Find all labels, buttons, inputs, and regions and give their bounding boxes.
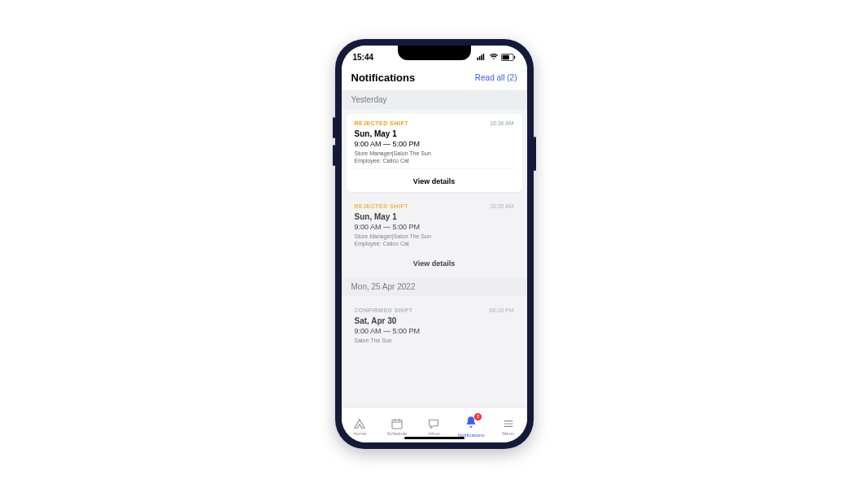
home-indicator[interactable] (404, 437, 465, 439)
chat-icon (426, 417, 441, 430)
tab-label: Inbox (428, 431, 440, 436)
svg-rect-3 (482, 54, 484, 60)
tab-menu[interactable]: Menu (490, 417, 527, 436)
shift-hours: 9:00 AM — 5:00 PM (355, 140, 514, 148)
notification-card[interactable]: CONFIRMED SHIFT 06:28 PM Sat, Apr 30 9:0… (347, 301, 522, 343)
svg-rect-0 (477, 58, 478, 60)
notch (398, 46, 471, 60)
shift-employee: Employee: Calico Cat (355, 158, 514, 163)
calendar-icon (390, 417, 404, 430)
shift-role: Salon The Sun (355, 338, 514, 343)
page-header: Notifications Read all (2) (342, 68, 527, 90)
battery-icon (501, 54, 516, 61)
phone-frame: 15:44 Notifications Read all (2) Yesterd… (335, 39, 534, 449)
notification-card[interactable]: REJECTED SHIFT 10:36 AM Sun, May 1 9:00 … (347, 114, 522, 192)
notification-time: 10:35 AM (490, 203, 514, 209)
section-header: Yesterday (342, 90, 527, 109)
home-icon (352, 417, 367, 430)
view-details-button[interactable]: View details (355, 251, 514, 274)
status-time: 15:44 (353, 53, 374, 62)
tab-notifications[interactable]: 2 Notifications (452, 416, 490, 438)
svg-rect-5 (502, 54, 508, 59)
tab-inbox[interactable]: Inbox (416, 417, 453, 436)
tab-label: Home (353, 431, 366, 436)
view-details-button[interactable]: View details (355, 168, 514, 192)
shift-hours: 9:00 AM — 5:00 PM (355, 327, 514, 335)
shift-date: Sun, May 1 (355, 212, 514, 221)
shift-date: Sat, Apr 30 (355, 316, 514, 325)
svg-rect-2 (481, 55, 482, 60)
shift-employee: Employee: Calico Cat (355, 241, 514, 246)
cellular-icon (477, 54, 486, 60)
shift-role: Store Manager|Salon The Sun (355, 233, 514, 239)
tab-home[interactable]: Home (342, 417, 379, 436)
svg-rect-7 (392, 420, 402, 429)
shift-role: Store Manager|Salon The Sun (355, 150, 514, 156)
status-icons (477, 54, 516, 61)
menu-icon (501, 417, 516, 430)
notifications-list: Yesterday REJECTED SHIFT 10:36 AM Sun, M… (342, 90, 527, 407)
notification-card[interactable]: REJECTED SHIFT 10:35 AM Sun, May 1 9:00 … (347, 197, 522, 274)
wifi-icon (489, 54, 499, 60)
phone-screen: 15:44 Notifications Read all (2) Yesterd… (342, 46, 527, 442)
tab-label: Menu (502, 431, 514, 436)
tab-schedule[interactable]: Schedule (378, 417, 416, 436)
tab-label: Schedule (386, 431, 407, 436)
svg-rect-1 (478, 56, 480, 60)
notification-time: 10:36 AM (490, 120, 514, 126)
notification-badge: 2 (474, 413, 482, 420)
shift-hours: 9:00 AM — 5:00 PM (355, 223, 514, 231)
svg-rect-6 (513, 55, 514, 58)
section-header: Mon, 25 Apr 2022 (342, 277, 527, 296)
page-title: Notifications (351, 72, 416, 84)
read-all-button[interactable]: Read all (2) (475, 73, 517, 82)
notification-time: 06:28 PM (490, 307, 514, 313)
shift-date: Sun, May 1 (355, 129, 514, 138)
